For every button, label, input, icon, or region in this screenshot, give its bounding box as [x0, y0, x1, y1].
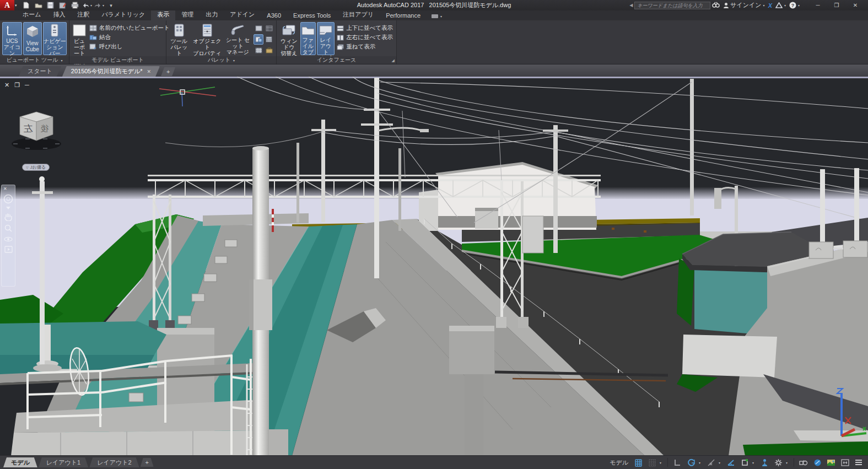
- drawing-viewport[interactable]: ✕ ❐ ─ 左 後 ▽ Jお傭る ✕: [0, 77, 868, 455]
- object-snap-dropdown-icon[interactable]: ▾: [752, 461, 757, 465]
- exchange-apps-icon[interactable]: X: [768, 2, 772, 9]
- file-tab-close-icon[interactable]: ✕: [147, 69, 152, 74]
- join-viewports-button[interactable]: 結合: [89, 34, 170, 41]
- ortho-mode-icon[interactable]: [671, 457, 683, 468]
- tab-addins[interactable]: アドイン: [224, 9, 261, 20]
- undo-dropdown-icon[interactable]: ▾: [90, 3, 92, 7]
- polar-dropdown-icon[interactable]: ▾: [699, 461, 703, 465]
- minimize-button[interactable]: ─: [808, 1, 827, 10]
- toolbox-icon[interactable]: [264, 45, 274, 56]
- tab-manage[interactable]: 管理: [175, 9, 200, 20]
- isodraft-icon[interactable]: [725, 457, 737, 468]
- tab-a360[interactable]: A360: [261, 11, 287, 20]
- workspace-gear-icon[interactable]: [772, 457, 784, 468]
- ucs-icon-toggle[interactable]: UCS アイコン: [2, 22, 22, 55]
- visual-styles-palette-icon[interactable]: [254, 23, 263, 34]
- isolate-objects-icon[interactable]: [825, 457, 837, 468]
- status-model-label[interactable]: モデル: [610, 459, 628, 467]
- grid-palette-icon[interactable]: [254, 45, 263, 56]
- search-collapse-icon[interactable]: ◀: [629, 3, 633, 8]
- redo-dropdown-icon[interactable]: ▾: [103, 3, 104, 7]
- tab-performance[interactable]: Performance: [380, 11, 427, 20]
- markup-palette-icon[interactable]: [254, 34, 263, 45]
- a360-icon[interactable]: ▾: [775, 2, 786, 8]
- tab-express-tools[interactable]: Express Tools: [287, 11, 337, 20]
- viewcube[interactable]: 左 後: [9, 105, 64, 154]
- clean-screen-icon[interactable]: [839, 457, 851, 468]
- qat-customize-icon[interactable]: ▾: [106, 1, 117, 10]
- dark-palette-icon[interactable]: [264, 23, 274, 34]
- new-file-icon[interactable]: [21, 1, 32, 10]
- logo-dropdown-icon[interactable]: ▾: [15, 3, 17, 8]
- a360-dropdown-icon[interactable]: ▾: [784, 3, 786, 7]
- layout-tab-layout1[interactable]: レイアウト1: [39, 457, 88, 467]
- properties-palette-button[interactable]: オブジェクト プロパティ管理: [191, 22, 224, 55]
- tool-palettes-button[interactable]: ツール パレット: [169, 22, 190, 55]
- showmotion-icon[interactable]: [4, 246, 13, 253]
- dynamic-input-icon[interactable]: [758, 457, 770, 468]
- grid-display-icon[interactable]: [646, 457, 658, 468]
- customization-menu-icon[interactable]: [853, 457, 865, 468]
- snap-mode-icon[interactable]: [632, 457, 644, 468]
- viewcube-toggle[interactable]: View Cube: [23, 22, 42, 55]
- navbar-dropdown-icon[interactable]: [6, 207, 10, 209]
- signin-menu[interactable]: サインイン ▾: [723, 1, 764, 9]
- layout-tab-layout2[interactable]: レイアウト2: [89, 457, 139, 467]
- file-tabs-toggle[interactable]: ファイル タブ: [300, 22, 316, 55]
- viewport-close-icon[interactable]: ✕: [4, 82, 9, 89]
- layout-tab-model[interactable]: モデル: [3, 457, 37, 467]
- window-switch-button[interactable]: ウィンドウ 切替え ▾: [279, 22, 299, 55]
- sheet-set-manager-button[interactable]: シート セット マネージャ: [225, 22, 251, 55]
- file-tab-start[interactable]: スタート: [19, 66, 61, 77]
- redo-icon[interactable]: ▾: [94, 1, 105, 10]
- viewport-config-button[interactable]: ビューポート 環境設定 ▾: [72, 22, 87, 55]
- quickcalc-icon[interactable]: [264, 34, 274, 45]
- maximize-button[interactable]: ❐: [827, 1, 846, 10]
- navigation-bar[interactable]: ✕: [1, 185, 15, 287]
- full-navigation-wheel-icon[interactable]: [3, 194, 13, 204]
- help-icon[interactable]: ? ▾: [789, 2, 800, 9]
- osnap-tracking-icon[interactable]: [705, 457, 717, 468]
- panel-launcher-icon[interactable]: ◢: [392, 58, 395, 63]
- polar-tracking-icon[interactable]: [685, 457, 697, 468]
- tab-parametric[interactable]: パラメトリック: [96, 9, 152, 20]
- zoom-extents-icon[interactable]: [4, 224, 13, 233]
- tab-view[interactable]: 表示: [151, 9, 175, 20]
- new-layout-button[interactable]: +: [141, 458, 154, 467]
- autocad-logo[interactable]: A: [0, 0, 14, 10]
- viewport-minimize-icon[interactable]: ─: [25, 82, 29, 89]
- tab-insert[interactable]: 挿入: [47, 9, 72, 20]
- named-viewports-button[interactable]: 名前の付いたビューポート: [89, 24, 170, 32]
- signin-dropdown-icon[interactable]: ▾: [763, 3, 765, 7]
- search-binoculars-icon[interactable]: [712, 2, 720, 9]
- save-icon[interactable]: [45, 1, 56, 10]
- hardware-acceleration-icon[interactable]: [811, 457, 823, 468]
- save-as-icon[interactable]: [57, 1, 68, 10]
- panel-title-model-viewports[interactable]: モデル ビューポート: [69, 56, 166, 64]
- workspace-dropdown-icon[interactable]: ▾: [786, 461, 790, 465]
- cascade-windows-button[interactable]: 重ねて表示: [337, 43, 393, 51]
- file-tab-document[interactable]: 201505今切川堤防モデル* ✕: [62, 66, 160, 77]
- restore-viewport-button[interactable]: 呼び出し: [89, 43, 170, 51]
- viewcube-ucs-menu[interactable]: ▽ Jお傭る: [22, 164, 50, 171]
- tab-featured-apps[interactable]: 注目アプリ: [337, 9, 380, 20]
- tab-output[interactable]: 出力: [200, 9, 224, 20]
- tile-horizontally-button[interactable]: 上下に並べて表示: [337, 24, 393, 32]
- navigation-bar-toggle[interactable]: ナビゲーション バー: [43, 22, 67, 55]
- annotation-scale-icon[interactable]: [797, 457, 810, 468]
- viewport-restore-icon[interactable]: ❐: [14, 82, 20, 89]
- panel-title-palettes[interactable]: パレット▾: [166, 56, 276, 64]
- tab-annotate[interactable]: 注釈: [72, 9, 96, 20]
- new-drawing-tab-button[interactable]: +: [161, 67, 175, 76]
- panel-title-interface[interactable]: インタフェース ◢: [277, 56, 396, 64]
- orbit-icon[interactable]: [4, 235, 13, 243]
- tile-vertically-button[interactable]: 左右に並べて表示: [337, 34, 393, 41]
- navbar-close-icon[interactable]: ✕: [3, 186, 7, 191]
- object-snap-icon[interactable]: [738, 457, 751, 468]
- ribbon-display-toggle[interactable]: ▾: [431, 14, 442, 20]
- plot-icon[interactable]: [69, 1, 80, 10]
- open-folder-icon[interactable]: [33, 1, 44, 10]
- help-dropdown-icon[interactable]: ▾: [798, 3, 800, 7]
- layout-tabs-toggle[interactable]: レイアウト タブ: [317, 22, 335, 55]
- tab-home[interactable]: ホーム: [17, 9, 47, 20]
